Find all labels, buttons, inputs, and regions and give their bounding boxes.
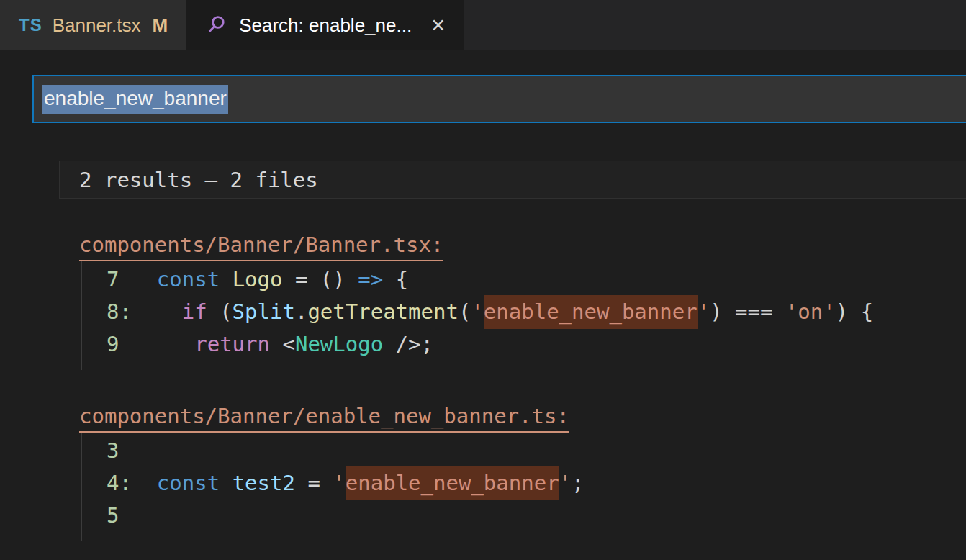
line-number: 4: (107, 471, 132, 495)
code-line: 9 return <NewLogo />; (82, 328, 966, 361)
code-token (132, 299, 182, 324)
tab-search-editor[interactable]: Search: enable_ne... ✕ (187, 0, 464, 50)
code-token: . (295, 299, 307, 324)
typescript-file-icon: TS (19, 15, 42, 35)
results-container: components/Banner/Banner.tsx:7 const Log… (0, 199, 966, 560)
search-match-highlight: enable_new_banner (484, 295, 698, 329)
tab-label: Search: enable_ne... (239, 14, 412, 37)
code-token: = (295, 471, 333, 495)
code-line: 3 (82, 435, 966, 467)
search-query-input[interactable]: enable_new_banner (32, 75, 966, 123)
result-code-block: 34: const test2 = 'enable_new_banner';5 (81, 433, 966, 541)
code-token: { (383, 267, 408, 292)
code-line: 7 const Logo = () => { (82, 263, 966, 296)
search-match-highlight: enable_new_banner (346, 466, 559, 500)
code-token: ) === (710, 299, 785, 324)
code-token: const (157, 267, 220, 292)
code-token: = () (282, 267, 358, 292)
search-editor-surface: enable_new_banner 2 results – 2 files co… (0, 50, 966, 560)
code-token: => (358, 267, 383, 292)
selected-query-text: enable_new_banner (42, 85, 228, 114)
search-icon (206, 14, 229, 37)
line-number: 8: (107, 299, 132, 324)
code-token (132, 471, 157, 495)
modified-badge: M (153, 14, 168, 37)
code-token: ' (471, 299, 483, 324)
code-token: return (194, 332, 270, 356)
code-token: ; (572, 471, 584, 495)
result-file-path[interactable]: components/Banner/enable_new_banner.ts: (79, 403, 569, 433)
line-number: 7 (107, 267, 119, 292)
line-number: 5 (107, 503, 119, 528)
code-token: 'on' (785, 299, 836, 324)
code-line: 8: if (Split.getTreatment('enable_new_ba… (82, 296, 966, 328)
code-token: Split (233, 299, 295, 324)
results-summary: 2 results – 2 files (79, 168, 318, 192)
code-token: < (270, 332, 295, 356)
code-token: />; (383, 332, 433, 356)
line-number: 9 (107, 332, 119, 356)
code-token: ' (698, 299, 710, 324)
code-token (220, 471, 232, 495)
editor-tab-bar: TS Banner.tsx M Search: enable_ne... ✕ (0, 0, 966, 50)
code-token: if (182, 299, 207, 324)
result-file-heading[interactable]: components/Banner/enable_new_banner.ts: (79, 403, 966, 433)
results-summary-line: 2 results – 2 files (59, 161, 966, 199)
code-token: ( (459, 299, 471, 324)
code-token (220, 267, 232, 292)
code-token: Logo (233, 267, 283, 292)
result-file-heading[interactable]: components/Banner/Banner.tsx: (79, 232, 966, 261)
code-token: test2 (233, 471, 295, 495)
tab-label: Banner.tsx (53, 14, 141, 37)
code-token (119, 267, 156, 292)
code-line: 5 (82, 500, 966, 532)
code-token: ) { (836, 299, 873, 324)
code-token: ( (207, 299, 233, 324)
close-icon[interactable]: ✕ (430, 15, 446, 36)
line-number: 3 (107, 438, 119, 463)
code-token: ' (559, 471, 572, 495)
code-token (119, 332, 194, 356)
code-token: ' (333, 471, 345, 495)
code-token: const (157, 471, 220, 495)
code-token: getTreatment (307, 299, 459, 324)
code-token: NewLogo (295, 332, 383, 356)
result-code-block: 7 const Logo = () => {8: if (Split.getTr… (81, 261, 966, 370)
code-line: 4: const test2 = 'enable_new_banner'; (82, 467, 966, 500)
tab-banner-tsx[interactable]: TS Banner.tsx M (0, 0, 187, 50)
result-file-path[interactable]: components/Banner/Banner.tsx: (79, 232, 443, 261)
